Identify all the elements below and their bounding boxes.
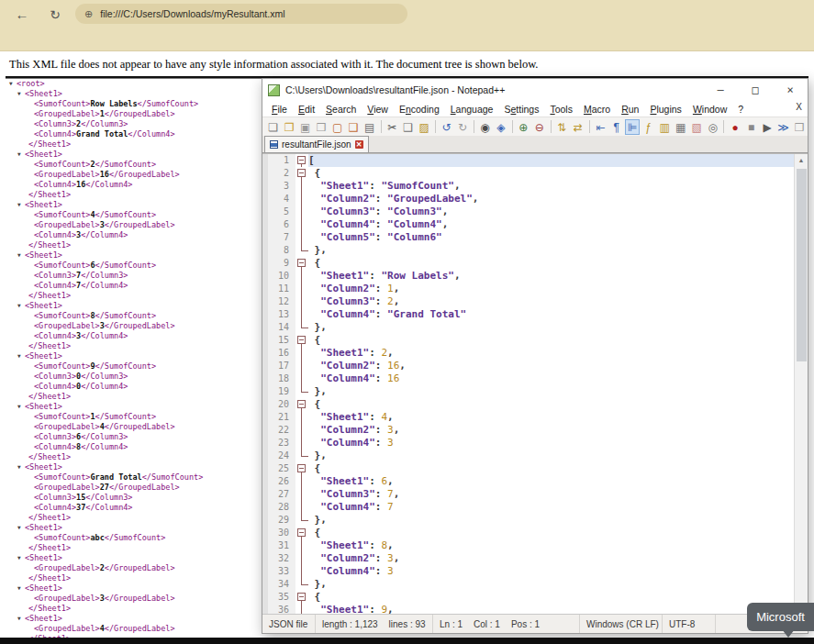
line-number[interactable]: 35 <box>268 591 295 604</box>
xml-tree-line[interactable]: <GroupedLabel>3</GroupedLabel> <box>9 220 203 230</box>
fold-margin[interactable] <box>295 347 308 360</box>
xml-tree-line[interactable]: <GroupedLabel>27</GroupedLabel> <box>9 483 203 493</box>
fold-collapse-icon[interactable] <box>297 400 306 408</box>
word-wrap-icon[interactable]: ⇤ <box>593 119 608 135</box>
code-column[interactable]: 1[2 {3 "Sheet1": "SumofCount",4 "Column2… <box>262 154 794 614</box>
tab-resultantfile-json[interactable]: resultantFile.json ✕ <box>264 136 369 152</box>
notepad-title-bar[interactable]: C:\Users\Downloads\resultantFile.json - … <box>262 79 808 101</box>
redo-icon[interactable]: ↻ <box>455 119 470 135</box>
editor-line[interactable]: 25 { <box>262 462 794 475</box>
code-text[interactable]: "Sheet1": "Row Labels", <box>308 270 794 283</box>
editor-line[interactable]: 6 "Column4": "Column4", <box>262 218 794 231</box>
editor-line[interactable]: 24 }, <box>262 450 794 462</box>
editor-area[interactable]: 1[2 {3 "Sheet1": "SumofCount",4 "Column2… <box>262 153 808 614</box>
editor-line[interactable]: 1[ <box>262 154 794 167</box>
editor-line[interactable]: 20 { <box>262 398 794 411</box>
copy-icon[interactable]: ❑ <box>401 119 416 135</box>
line-number[interactable]: 18 <box>268 372 295 385</box>
editor-line[interactable]: 7 "Column5": "Column6" <box>262 231 794 244</box>
code-text[interactable]: { <box>308 591 794 604</box>
fold-margin[interactable] <box>295 283 308 295</box>
line-number[interactable]: 12 <box>268 295 295 308</box>
cut-icon[interactable]: ✂ <box>385 119 399 135</box>
xml-tree-line[interactable]: ▼<Sheet1> <box>9 462 203 472</box>
editor-line[interactable]: 33 "Column4": 3 <box>262 565 794 578</box>
fold-collapse-icon[interactable] <box>297 156 306 164</box>
doc-list-icon[interactable]: ▦ <box>674 119 688 135</box>
collapse-arrow-icon[interactable]: ▼ <box>17 401 25 411</box>
doc-map-icon[interactable]: ▥ <box>657 119 672 135</box>
xml-tree-line[interactable]: <SumofCount>1</SumofCount> <box>9 412 203 422</box>
code-text[interactable]: "Column3": 2, <box>308 295 794 308</box>
xml-tree-line[interactable]: <GroupedLabel>3</GroupedLabel> <box>9 594 203 604</box>
line-number[interactable]: 4 <box>268 193 295 205</box>
status-encoding[interactable]: UTF-8 <box>663 615 716 633</box>
xml-tree-line[interactable]: <GroupedLabel>4</GroupedLabel> <box>9 624 203 634</box>
editor-line[interactable]: 27 "Column3": 7, <box>262 488 794 501</box>
line-number[interactable]: 7 <box>268 231 295 244</box>
code-text[interactable]: "Column2": 3, <box>308 424 794 437</box>
code-text[interactable]: "Sheet1": "SumofCount", <box>308 180 794 193</box>
line-number[interactable]: 33 <box>268 565 295 578</box>
fold-margin[interactable] <box>295 321 308 334</box>
line-number[interactable]: 6 <box>268 218 295 231</box>
xml-tree-line[interactable]: </Sheet1> <box>9 513 203 523</box>
xml-tree-line[interactable]: <Column4>Grand Total</Column4> <box>9 129 203 139</box>
editor-line[interactable]: 35 { <box>262 591 794 604</box>
status-eol-format[interactable]: Windows (CR LF) <box>580 615 663 633</box>
xml-tree-line[interactable]: </Sheet1> <box>9 392 203 402</box>
menu-item-help[interactable]: ? <box>732 104 749 115</box>
xml-tree-line[interactable]: ▼<Sheet1> <box>9 402 203 412</box>
code-text[interactable]: "Sheet1": 4, <box>308 411 794 424</box>
code-text[interactable]: "Sheet1": 6, <box>308 475 794 488</box>
folder-as-workspace-icon[interactable]: ▧ <box>689 119 704 135</box>
scroll-up-arrow-icon[interactable]: ▲ <box>795 154 808 167</box>
xml-tree-line[interactable]: <SumofCount>abc</SumofCount> <box>9 533 203 543</box>
xml-tree-line[interactable]: </Sheet1> <box>9 452 203 462</box>
xml-tree-line[interactable]: <Column4>3</Column4> <box>9 230 203 240</box>
code-text[interactable]: "Column2": 3, <box>308 552 794 565</box>
collapse-arrow-icon[interactable]: ▼ <box>9 78 17 88</box>
code-text[interactable]: }, <box>308 578 794 591</box>
editor-line[interactable]: 16 "Sheet1": 2, <box>262 347 794 360</box>
xml-tree-line[interactable]: </Sheet1> <box>9 240 203 250</box>
fold-margin[interactable] <box>295 462 308 475</box>
editor-line[interactable]: 4 "Column2": "GroupedLabel", <box>262 193 794 205</box>
fold-margin[interactable] <box>295 591 308 604</box>
menu-item-view[interactable]: View <box>362 104 394 115</box>
fold-margin[interactable] <box>295 488 308 501</box>
fold-margin[interactable] <box>295 257 308 270</box>
line-number[interactable]: 9 <box>268 257 295 270</box>
xml-tree-line[interactable]: ▼<Sheet1> <box>9 89 203 99</box>
line-number[interactable]: 28 <box>268 501 295 514</box>
editor-line[interactable]: 28 "Column4": 7 <box>262 501 794 514</box>
find-replace-icon[interactable]: ◈ <box>494 119 508 135</box>
xml-tree-line[interactable]: ▼<Sheet1> <box>9 614 203 624</box>
editor-line[interactable]: 13 "Column4": "Grand Total" <box>262 308 794 321</box>
fold-margin[interactable] <box>295 205 308 218</box>
show-all-chars-icon[interactable]: ¶ <box>609 119 624 135</box>
xml-tree-line[interactable]: <SumofCount>2</SumofCount> <box>9 160 203 170</box>
menu-item-encoding[interactable]: Encoding <box>394 104 445 115</box>
code-text[interactable]: "Column2": "GroupedLabel", <box>308 193 794 205</box>
editor-line[interactable]: 3 "Sheet1": "SumofCount", <box>262 180 794 193</box>
sync-vertical-icon[interactable]: ⇅ <box>555 119 570 135</box>
line-number[interactable]: 16 <box>268 347 295 360</box>
stop-macro-icon[interactable]: ■ <box>744 119 759 135</box>
save-all-icon[interactable]: ❒ <box>315 119 329 135</box>
editor-line[interactable]: 10 "Sheet1": "Row Labels", <box>262 270 794 283</box>
code-text[interactable]: { <box>308 167 794 180</box>
xml-tree-line[interactable]: <GroupedLabel>1</GroupedLabel> <box>9 109 203 119</box>
xml-tree-line[interactable]: <SumofCount>Row Labels</SumofCount> <box>9 99 203 109</box>
editor-line[interactable]: 5 "Column3": "Column3", <box>262 205 794 218</box>
code-text[interactable]: [ <box>308 154 794 167</box>
xml-tree-line[interactable]: <Column3>2</Column3> <box>9 119 203 129</box>
menu-item-window[interactable]: Window <box>687 104 732 115</box>
close-document-x[interactable]: X <box>796 102 802 112</box>
sync-horizontal-icon[interactable]: ⇄ <box>571 119 585 135</box>
menu-item-search[interactable]: Search <box>320 104 362 115</box>
collapse-arrow-icon[interactable]: ▼ <box>17 552 25 562</box>
editor-line[interactable]: 9 { <box>262 257 794 270</box>
xml-tree-line[interactable]: <SumofCount>6</SumofCount> <box>9 261 203 271</box>
fold-margin[interactable] <box>295 552 308 565</box>
